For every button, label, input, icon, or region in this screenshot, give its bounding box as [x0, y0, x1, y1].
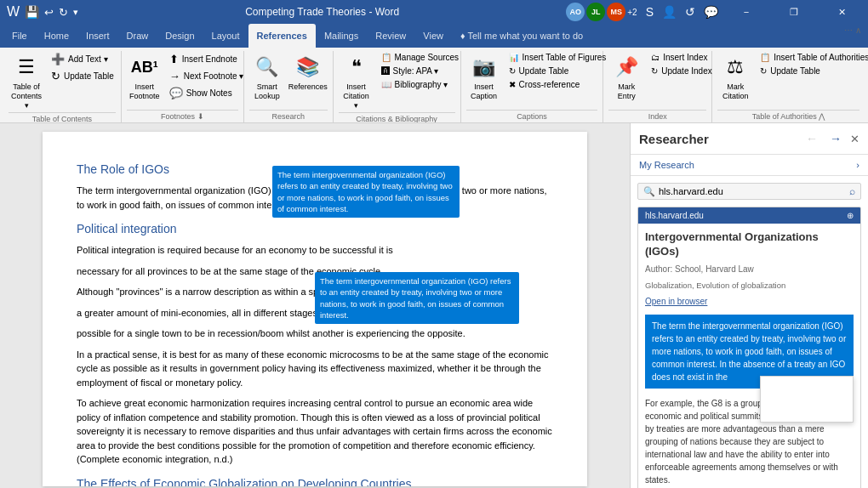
para-pol-4: To achieve great economic harmonization … [77, 396, 553, 467]
undo-btn[interactable]: ↩ [44, 6, 54, 19]
update-authorities-btn[interactable]: ↻ Update Table [757, 65, 868, 77]
researcher-title: Researcher [639, 132, 709, 146]
nav-back-btn[interactable]: ← [802, 130, 821, 147]
insert-authorities-label: Insert Table of Authorities [774, 53, 868, 62]
insert-endnote-btn[interactable]: ⬆ Insert Endnote [166, 51, 248, 67]
toc-col: ➕ Add Text ▾ ↻ Update Table [48, 51, 117, 84]
insert-index-label: Insert Index [663, 53, 707, 62]
group-toc-content: ☰ Table ofContents ▾ ➕ Add Text ▾ ↻ Upda… [9, 51, 116, 112]
add-text-btn[interactable]: ➕ Add Text ▾ [48, 51, 117, 67]
search-icon: 🔍 [643, 186, 655, 197]
mark-entry-icon: 📌 [613, 54, 640, 81]
redo-btn[interactable]: ↻ [59, 6, 68, 19]
update-table-label: Update Table [64, 71, 114, 81]
group-research-content: 🔍 SmartLookup 📚 References [249, 51, 328, 110]
tab-file[interactable]: File [3, 24, 36, 48]
tab-references[interactable]: References [248, 24, 316, 48]
search-input[interactable] [659, 186, 846, 196]
tab-home[interactable]: Home [36, 24, 77, 48]
insert-citation-btn[interactable]: ❝ InsertCitation ▾ [339, 51, 374, 112]
my-research-label: My Research [639, 160, 694, 170]
toc-icon: ☰ [13, 54, 40, 81]
group-footnotes: AB¹ InsertFootnote ⬆ Insert Endnote → Ne… [122, 51, 244, 122]
result-card-header[interactable]: hls.harvard.edu ⊕ [638, 207, 860, 224]
doc-page[interactable]: The Role of IGOs The term intergovernmen… [43, 132, 587, 486]
manage-sources-btn[interactable]: 📋 Manage Sources [378, 51, 463, 64]
style-label: Style: APA ▾ [393, 66, 439, 76]
add-and-cite-btn[interactable]: Add and Cite [761, 399, 853, 422]
tab-layout[interactable]: Layout [203, 24, 248, 48]
toc-btn[interactable]: ☰ Table ofContents ▾ [9, 51, 44, 112]
tooltip-1: The term intergovernmental organization … [272, 166, 460, 218]
ribbon-expand-btn[interactable]: ⋯ ∧ [841, 24, 865, 37]
tab-tell-me[interactable]: ♦ Tell me what you want to do [452, 24, 591, 48]
tab-review[interactable]: Review [367, 24, 414, 48]
tab-draw[interactable]: Draw [118, 24, 157, 48]
insert-table-figures-icon: 📊 [509, 53, 519, 62]
mark-citation-icon: ⚖ [722, 54, 749, 81]
restore-btn[interactable]: ❐ [774, 0, 814, 24]
nav-forward-btn[interactable]: → [826, 130, 845, 147]
title-right: AO JL MS +2 S 👤 ↺ 💬 − ❐ ✕ [566, 0, 861, 24]
insert-footnote-btn[interactable]: AB¹ InsertFootnote [127, 51, 163, 104]
citations-col: 📋 Manage Sources 🅰 Style: APA ▾ 📖 Biblio… [378, 51, 463, 91]
history-icon[interactable]: ↺ [685, 5, 695, 19]
para-pol-2c: possible for a single town to be in rece… [77, 326, 553, 341]
mark-entry-label: MarkEntry [618, 82, 636, 101]
mark-entry-btn[interactable]: 📌 MarkEntry [608, 51, 644, 104]
style-btn[interactable]: 🅰 Style: APA ▾ [378, 65, 463, 77]
title-left: W 💾 ↩ ↻ ▾ [7, 4, 78, 20]
update-index-icon: ↻ [651, 66, 658, 76]
comment-icon[interactable]: 💬 [704, 5, 718, 19]
bibliography-btn[interactable]: 📖 Bibliography ▾ [378, 78, 463, 91]
my-research-chevron: › [856, 160, 859, 170]
avatar-3: MS [607, 3, 625, 21]
avatar-group: AO JL MS +2 [566, 3, 637, 21]
group-citations-label: Citations & Bibliography [339, 112, 455, 122]
quick-save[interactable]: 💾 [25, 5, 39, 19]
update-index-btn[interactable]: ↻ Update Index [648, 65, 716, 77]
minimize-btn[interactable]: − [727, 0, 766, 24]
group-authorities: ⚖ MarkCitation 📋 Insert Table of Authori… [712, 51, 865, 122]
tab-insert[interactable]: Insert [77, 24, 118, 48]
tab-mailings[interactable]: Mailings [316, 24, 367, 48]
add-btn[interactable]: Add [761, 377, 853, 400]
tab-view[interactable]: View [414, 24, 452, 48]
add-text-icon: ➕ [51, 53, 65, 65]
result-card-author: Author: School, Harvard Law [638, 263, 860, 279]
show-notes-icon: 💬 [169, 87, 183, 99]
group-index: 📌 MarkEntry 🗂 Insert Index ↻ Update Inde… [603, 51, 712, 122]
researcher-icon: 📚 [294, 54, 322, 81]
update-table2-icon: ↻ [509, 66, 516, 76]
search-bar[interactable]: 🔍 ⌕ [637, 183, 861, 200]
cross-reference-btn[interactable]: ✖ Cross-reference [505, 78, 610, 91]
insert-table-figures-btn[interactable]: 📊 Insert Table of Figures [505, 51, 610, 64]
insert-caption-btn[interactable]: 📷 InsertCaption [466, 51, 502, 104]
search-submit-icon[interactable]: ⌕ [849, 185, 855, 197]
result-card: hls.harvard.edu ⊕ Intergovernmental Orga… [637, 207, 861, 488]
tab-design[interactable]: Design [157, 24, 203, 48]
insert-authorities-btn[interactable]: 📋 Insert Table of Authorities [757, 51, 868, 64]
close-btn[interactable]: ✕ [822, 0, 861, 24]
insert-footnote-label: InsertFootnote [129, 82, 160, 101]
group-research: 🔍 SmartLookup 📚 References Research [244, 51, 334, 122]
my-research-bar[interactable]: My Research › [631, 155, 868, 176]
next-footnote-icon: → [169, 70, 180, 82]
update-table2-label: Update Table [519, 66, 569, 76]
skype-icon[interactable]: S [646, 5, 654, 19]
show-notes-btn[interactable]: 💬 Show Notes [166, 85, 248, 101]
update-authorities-icon: ↻ [760, 66, 767, 76]
mark-citation-btn[interactable]: ⚖ MarkCitation [717, 51, 753, 104]
account-icon[interactable]: 👤 [662, 5, 677, 19]
insert-index-btn[interactable]: 🗂 Insert Index [648, 51, 716, 64]
doc-area: The Role of IGOs The term intergovernmen… [0, 123, 868, 488]
update-table-btn[interactable]: ↻ Update Table [48, 68, 117, 84]
next-footnote-btn[interactable]: → Next Footnote ▾ [166, 68, 248, 84]
update-table2-btn[interactable]: ↻ Update Table [505, 65, 610, 77]
result-card-link[interactable]: Open in browser [638, 295, 860, 311]
smart-lookup-btn[interactable]: 🔍 SmartLookup [249, 51, 285, 104]
researcher-btn[interactable]: 📚 References [288, 51, 328, 94]
insert-footnote-icon: AB¹ [131, 54, 158, 81]
group-authorities-label: Table of Authorities ⋀ [717, 110, 859, 122]
researcher-close-btn[interactable]: ✕ [850, 133, 859, 145]
